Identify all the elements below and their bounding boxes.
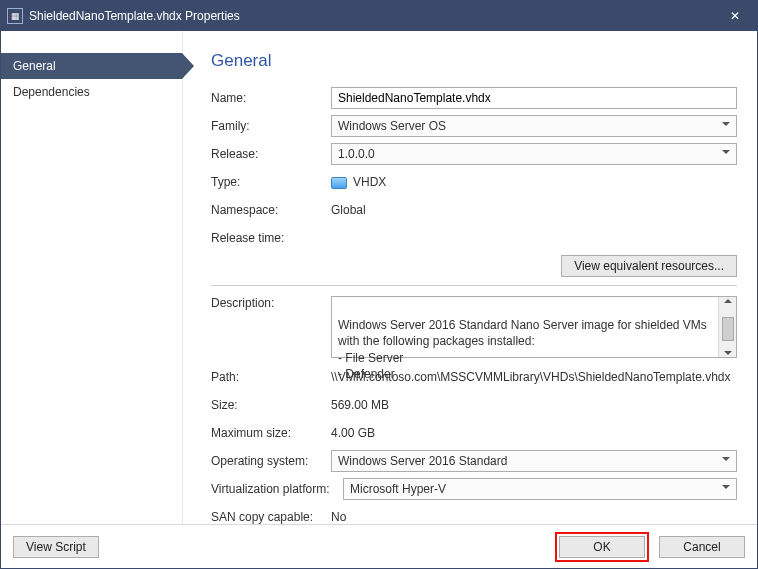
type-text: VHDX — [353, 175, 386, 189]
sidebar: General Dependencies — [1, 31, 183, 524]
titlebar: ▦ ShieldedNanoTemplate.vhdx Properties ✕ — [1, 1, 757, 31]
combo-value: 1.0.0.0 — [338, 147, 375, 161]
content-panel: General Name: Family:Windows Server OS R… — [183, 31, 757, 524]
chevron-down-icon — [722, 457, 730, 461]
close-button[interactable]: ✕ — [713, 1, 757, 31]
label-releasetime: Release time: — [211, 231, 331, 245]
footer: View Script OK Cancel — [1, 524, 757, 568]
combo-value: Windows Server 2016 Standard — [338, 454, 507, 468]
san-value: No — [331, 510, 737, 524]
page-title: General — [211, 51, 737, 71]
combo-value: Microsoft Hyper-V — [350, 482, 446, 496]
label-san: SAN copy capable: — [211, 510, 331, 524]
vhdx-icon — [331, 177, 347, 189]
label-description: Description: — [211, 296, 331, 310]
namespace-value: Global — [331, 203, 737, 217]
release-combo[interactable]: 1.0.0.0 — [331, 143, 737, 165]
tab-label: General — [13, 59, 56, 73]
size-value: 569.00 MB — [331, 398, 737, 412]
label-virt: Virtualization platform: — [211, 482, 343, 496]
body: General Dependencies General Name: Famil… — [1, 31, 757, 524]
divider — [211, 285, 737, 286]
view-equivalent-button[interactable]: View equivalent resources... — [561, 255, 737, 277]
chevron-down-icon — [722, 150, 730, 154]
window-title: ShieldedNanoTemplate.vhdx Properties — [29, 9, 713, 23]
combo-value: Windows Server OS — [338, 119, 446, 133]
app-icon: ▦ — [7, 8, 23, 24]
chevron-down-icon — [722, 122, 730, 126]
close-icon: ✕ — [730, 9, 740, 23]
scroll-down-icon — [724, 351, 732, 355]
properties-window: ▦ ShieldedNanoTemplate.vhdx Properties ✕… — [0, 0, 758, 569]
chevron-down-icon — [722, 485, 730, 489]
tab-label: Dependencies — [13, 85, 90, 99]
name-input[interactable] — [331, 87, 737, 109]
label-maxsize: Maximum size: — [211, 426, 331, 440]
maxsize-value: 4.00 GB — [331, 426, 737, 440]
type-value: VHDX — [331, 175, 737, 189]
ok-highlight: OK — [555, 532, 649, 562]
label-namespace: Namespace: — [211, 203, 331, 217]
label-type: Type: — [211, 175, 331, 189]
ok-button[interactable]: OK — [559, 536, 645, 558]
description-textarea[interactable]: Windows Server 2016 Standard Nano Server… — [331, 296, 737, 358]
view-script-button[interactable]: View Script — [13, 536, 99, 558]
label-size: Size: — [211, 398, 331, 412]
scrollbar[interactable] — [718, 297, 736, 357]
label-release: Release: — [211, 147, 331, 161]
scroll-thumb[interactable] — [722, 317, 734, 341]
virt-combo[interactable]: Microsoft Hyper-V — [343, 478, 737, 500]
tab-general[interactable]: General — [1, 53, 182, 79]
label-family: Family: — [211, 119, 331, 133]
os-combo[interactable]: Windows Server 2016 Standard — [331, 450, 737, 472]
scroll-up-icon — [724, 299, 732, 303]
label-path: Path: — [211, 370, 331, 384]
label-name: Name: — [211, 91, 331, 105]
family-combo[interactable]: Windows Server OS — [331, 115, 737, 137]
label-os: Operating system: — [211, 454, 331, 468]
tab-dependencies[interactable]: Dependencies — [1, 79, 182, 105]
cancel-button[interactable]: Cancel — [659, 536, 745, 558]
